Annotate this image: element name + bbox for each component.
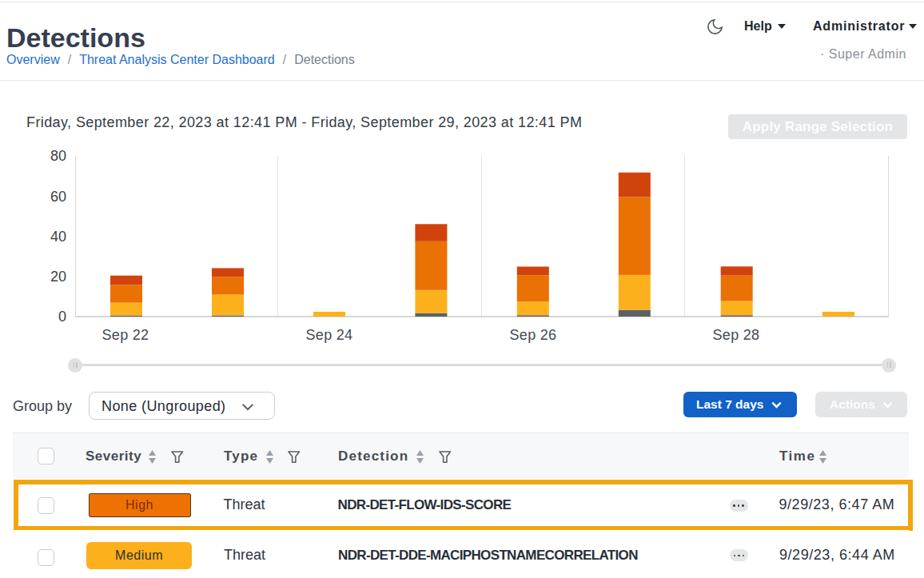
svg-text:80: 80 (50, 148, 66, 164)
svg-text:Sep 26: Sep 26 (510, 327, 557, 343)
svg-text:Sep 28: Sep 28 (713, 327, 760, 343)
svg-text:0: 0 (58, 309, 66, 325)
svg-text:20: 20 (50, 269, 66, 285)
svg-text:40: 40 (50, 229, 66, 245)
svg-text:Sep 22: Sep 22 (102, 327, 149, 343)
svg-text:60: 60 (50, 189, 66, 205)
svg-text:Sep 24: Sep 24 (306, 327, 353, 343)
